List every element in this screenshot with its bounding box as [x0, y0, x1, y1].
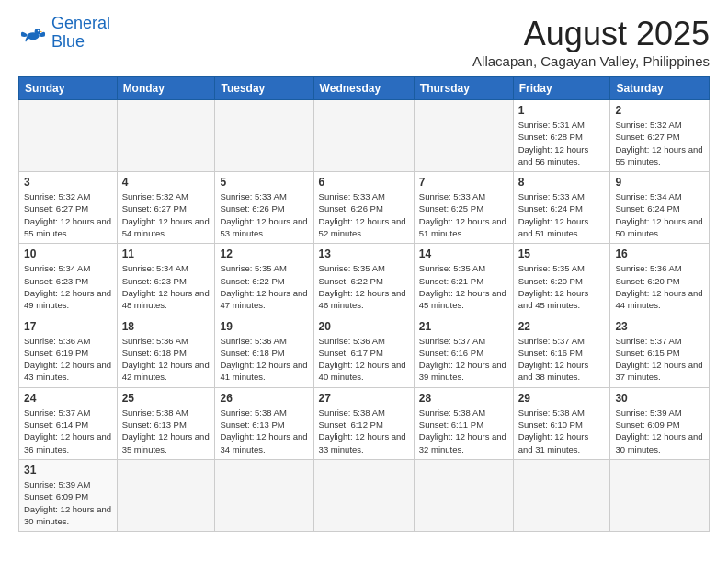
- calendar-table: SundayMondayTuesdayWednesdayThursdayFrid…: [18, 76, 710, 532]
- day-number: 14: [419, 247, 508, 260]
- day-info: Sunrise: 5:33 AM Sunset: 6:25 PM Dayligh…: [419, 190, 508, 239]
- calendar-cell: 17Sunrise: 5:36 AM Sunset: 6:19 PM Dayli…: [19, 316, 118, 387]
- day-info: Sunrise: 5:36 AM Sunset: 6:18 PM Dayligh…: [220, 335, 308, 384]
- weekday-header-wednesday: Wednesday: [313, 77, 414, 100]
- day-info: Sunrise: 5:36 AM Sunset: 6:18 PM Dayligh…: [122, 335, 210, 384]
- day-number: 19: [220, 320, 308, 333]
- calendar-week-3: 17Sunrise: 5:36 AM Sunset: 6:19 PM Dayli…: [19, 316, 710, 387]
- calendar-cell: 12Sunrise: 5:35 AM Sunset: 6:22 PM Dayli…: [215, 244, 313, 316]
- weekday-header-tuesday: Tuesday: [215, 77, 313, 100]
- svg-point-2: [38, 30, 40, 32]
- day-info: Sunrise: 5:37 AM Sunset: 6:16 PM Dayligh…: [419, 335, 508, 384]
- day-info: Sunrise: 5:36 AM Sunset: 6:17 PM Dayligh…: [319, 335, 409, 384]
- day-number: 17: [24, 320, 112, 333]
- weekday-header-sunday: Sunday: [19, 77, 118, 100]
- day-number: 9: [615, 176, 704, 189]
- day-number: 30: [615, 392, 704, 405]
- calendar-cell: 15Sunrise: 5:35 AM Sunset: 6:20 PM Dayli…: [513, 244, 610, 316]
- day-info: Sunrise: 5:33 AM Sunset: 6:24 PM Dayligh…: [518, 190, 606, 239]
- day-number: 1: [518, 104, 606, 117]
- day-number: 5: [220, 176, 308, 189]
- day-number: 11: [122, 247, 210, 260]
- calendar-cell: 9Sunrise: 5:34 AM Sunset: 6:24 PM Daylig…: [610, 172, 710, 244]
- day-number: 7: [419, 176, 508, 189]
- calendar-week-2: 10Sunrise: 5:34 AM Sunset: 6:23 PM Dayli…: [19, 244, 710, 316]
- day-number: 28: [419, 392, 508, 405]
- day-number: 6: [319, 176, 409, 189]
- day-info: Sunrise: 5:38 AM Sunset: 6:13 PM Dayligh…: [220, 407, 308, 455]
- title-area: August 2025 Allacapan, Cagayan Valley, P…: [472, 15, 710, 69]
- day-info: Sunrise: 5:36 AM Sunset: 6:19 PM Dayligh…: [24, 335, 112, 384]
- calendar-cell: 1Sunrise: 5:31 AM Sunset: 6:28 PM Daylig…: [513, 100, 610, 172]
- calendar-cell: [414, 459, 513, 531]
- day-info: Sunrise: 5:37 AM Sunset: 6:16 PM Dayligh…: [518, 335, 606, 384]
- day-info: Sunrise: 5:37 AM Sunset: 6:14 PM Dayligh…: [24, 407, 112, 455]
- calendar-cell: [513, 459, 610, 531]
- calendar-cell: [313, 100, 414, 172]
- calendar-cell: [215, 100, 313, 172]
- calendar-cell: 3Sunrise: 5:32 AM Sunset: 6:27 PM Daylig…: [19, 172, 118, 244]
- calendar-cell: 5Sunrise: 5:33 AM Sunset: 6:26 PM Daylig…: [215, 172, 313, 244]
- calendar-cell: 31Sunrise: 5:39 AM Sunset: 6:09 PM Dayli…: [19, 459, 118, 531]
- calendar-cell: 18Sunrise: 5:36 AM Sunset: 6:18 PM Dayli…: [117, 316, 215, 387]
- day-number: 10: [24, 247, 112, 260]
- day-number: 27: [319, 392, 409, 405]
- calendar-cell: [313, 459, 414, 531]
- day-number: 26: [220, 392, 308, 405]
- calendar-cell: 26Sunrise: 5:38 AM Sunset: 6:13 PM Dayli…: [215, 387, 313, 459]
- logo-line1: General: [51, 14, 110, 32]
- day-number: 22: [518, 320, 606, 333]
- calendar-week-5: 31Sunrise: 5:39 AM Sunset: 6:09 PM Dayli…: [19, 459, 710, 531]
- calendar-cell: 11Sunrise: 5:34 AM Sunset: 6:23 PM Dayli…: [117, 244, 215, 316]
- day-number: 21: [419, 320, 508, 333]
- day-info: Sunrise: 5:35 AM Sunset: 6:20 PM Dayligh…: [518, 262, 606, 311]
- calendar-cell: 6Sunrise: 5:33 AM Sunset: 6:26 PM Daylig…: [313, 172, 414, 244]
- calendar-cell: 16Sunrise: 5:36 AM Sunset: 6:20 PM Dayli…: [610, 244, 710, 316]
- day-info: Sunrise: 5:32 AM Sunset: 6:27 PM Dayligh…: [615, 119, 704, 167]
- day-info: Sunrise: 5:38 AM Sunset: 6:12 PM Dayligh…: [319, 407, 409, 455]
- day-info: Sunrise: 5:35 AM Sunset: 6:22 PM Dayligh…: [220, 262, 308, 311]
- day-info: Sunrise: 5:37 AM Sunset: 6:15 PM Dayligh…: [615, 335, 704, 384]
- header: General Blue August 2025 Allacapan, Caga…: [18, 15, 710, 69]
- calendar-cell: 24Sunrise: 5:37 AM Sunset: 6:14 PM Dayli…: [19, 387, 118, 459]
- calendar-cell: 28Sunrise: 5:38 AM Sunset: 6:11 PM Dayli…: [414, 387, 513, 459]
- logo: General Blue: [18, 15, 110, 52]
- day-info: Sunrise: 5:34 AM Sunset: 6:24 PM Dayligh…: [615, 190, 704, 239]
- day-info: Sunrise: 5:38 AM Sunset: 6:13 PM Dayligh…: [122, 407, 210, 455]
- calendar-cell: 7Sunrise: 5:33 AM Sunset: 6:25 PM Daylig…: [414, 172, 513, 244]
- calendar-cell: 4Sunrise: 5:32 AM Sunset: 6:27 PM Daylig…: [117, 172, 215, 244]
- location-title: Allacapan, Cagayan Valley, Philippines: [472, 53, 710, 69]
- day-info: Sunrise: 5:38 AM Sunset: 6:10 PM Dayligh…: [518, 407, 606, 455]
- calendar-week-0: 1Sunrise: 5:31 AM Sunset: 6:28 PM Daylig…: [19, 100, 710, 172]
- calendar-cell: [215, 459, 313, 531]
- day-info: Sunrise: 5:33 AM Sunset: 6:26 PM Dayligh…: [220, 190, 308, 239]
- day-number: 15: [518, 247, 606, 260]
- logo-text: General Blue: [51, 15, 110, 52]
- calendar-cell: [117, 100, 215, 172]
- day-info: Sunrise: 5:38 AM Sunset: 6:11 PM Dayligh…: [419, 407, 508, 455]
- day-number: 25: [122, 392, 210, 405]
- weekday-header-friday: Friday: [513, 77, 610, 100]
- logo-icon: [18, 18, 48, 48]
- day-info: Sunrise: 5:35 AM Sunset: 6:22 PM Dayligh…: [319, 262, 409, 311]
- day-number: 4: [122, 176, 210, 189]
- day-info: Sunrise: 5:39 AM Sunset: 6:09 PM Dayligh…: [24, 478, 112, 527]
- calendar-cell: [414, 100, 513, 172]
- day-number: 16: [615, 247, 704, 260]
- calendar-cell: 21Sunrise: 5:37 AM Sunset: 6:16 PM Dayli…: [414, 316, 513, 387]
- logo-line2: Blue: [51, 32, 85, 51]
- calendar-cell: 14Sunrise: 5:35 AM Sunset: 6:21 PM Dayli…: [414, 244, 513, 316]
- weekday-header-thursday: Thursday: [414, 77, 513, 100]
- calendar-cell: 19Sunrise: 5:36 AM Sunset: 6:18 PM Dayli…: [215, 316, 313, 387]
- weekday-header-monday: Monday: [117, 77, 215, 100]
- calendar-cell: 2Sunrise: 5:32 AM Sunset: 6:27 PM Daylig…: [610, 100, 710, 172]
- calendar-week-4: 24Sunrise: 5:37 AM Sunset: 6:14 PM Dayli…: [19, 387, 710, 459]
- day-info: Sunrise: 5:33 AM Sunset: 6:26 PM Dayligh…: [319, 190, 409, 239]
- day-number: 3: [24, 176, 112, 189]
- day-info: Sunrise: 5:32 AM Sunset: 6:27 PM Dayligh…: [24, 190, 112, 239]
- day-info: Sunrise: 5:35 AM Sunset: 6:21 PM Dayligh…: [419, 262, 508, 311]
- day-number: 2: [615, 104, 704, 117]
- day-number: 29: [518, 392, 606, 405]
- calendar-cell: 20Sunrise: 5:36 AM Sunset: 6:17 PM Dayli…: [313, 316, 414, 387]
- calendar-cell: 13Sunrise: 5:35 AM Sunset: 6:22 PM Dayli…: [313, 244, 414, 316]
